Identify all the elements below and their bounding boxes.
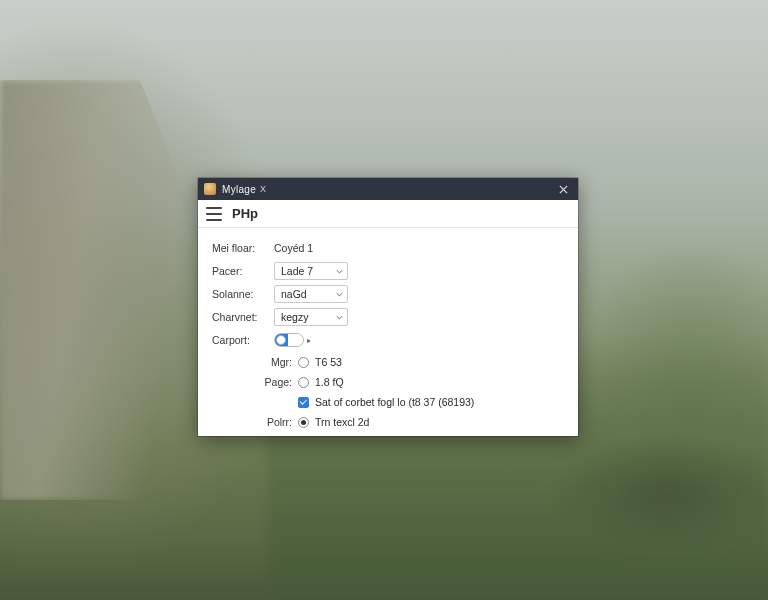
- section-title: PHp: [232, 206, 258, 221]
- carport-label: Carport:: [212, 334, 274, 346]
- channel-select[interactable]: kegzy: [274, 308, 348, 326]
- page-value: 1.8 fQ: [315, 376, 344, 388]
- row-page: Page: 1.8 fQ: [212, 373, 564, 391]
- settings-window: Mylage X PHp Mei floar: Coyéd 1 Pacer: L…: [198, 178, 578, 436]
- polr-label: Polrr:: [212, 416, 298, 428]
- menu-button[interactable]: [206, 207, 222, 221]
- row-context: Corkst: Dext oqrolry: [212, 433, 564, 436]
- name-label: Mei floar:: [212, 242, 274, 254]
- window-badge: X: [260, 184, 266, 194]
- close-icon: [559, 185, 568, 194]
- pacer-label: Pacer:: [212, 265, 274, 277]
- pacer-select[interactable]: Lade 7: [274, 262, 348, 280]
- chevron-down-icon: [336, 314, 343, 321]
- chevron-down-icon: [336, 268, 343, 275]
- chevron-down-icon: [336, 291, 343, 298]
- section-header: PHp: [198, 200, 578, 228]
- titlebar[interactable]: Mylage X: [198, 178, 578, 200]
- carport-toggle[interactable]: [274, 333, 304, 347]
- pacer-select-value: Lade 7: [281, 265, 313, 277]
- form-body: Mei floar: Coyéd 1 Pacer: Lade 7 Solanne…: [198, 228, 578, 436]
- window-title: Mylage: [222, 184, 256, 195]
- solanne-select-value: naGd: [281, 288, 307, 300]
- name-value: Coyéd 1: [274, 242, 313, 254]
- solanne-label: Solanne:: [212, 288, 274, 300]
- page-radio[interactable]: [298, 377, 309, 388]
- row-polr: Polrr: Trn texcl 2d: [212, 413, 564, 431]
- close-button[interactable]: [554, 180, 572, 198]
- row-checkbox: Sat of corbet fogl lo (t8 37 (68193): [212, 393, 564, 411]
- row-carport: Carport: ▸: [212, 330, 564, 350]
- row-solanne: Solanne: naGd: [212, 284, 564, 304]
- solanne-select[interactable]: naGd: [274, 285, 348, 303]
- mgr-radio[interactable]: [298, 357, 309, 368]
- desktop-background: Mylage X PHp Mei floar: Coyéd 1 Pacer: L…: [0, 0, 768, 600]
- corbet-checkbox[interactable]: [298, 397, 309, 408]
- row-pacer: Pacer: Lade 7: [212, 261, 564, 281]
- polr-radio[interactable]: [298, 417, 309, 428]
- page-label: Page:: [212, 376, 298, 388]
- chk-label: Sat of corbet fogl lo (t8 37 (68193): [315, 396, 474, 408]
- channel-select-value: kegzy: [281, 311, 308, 323]
- toggle-caret-icon: ▸: [307, 336, 311, 345]
- hamburger-icon: [206, 207, 222, 209]
- row-name: Mei floar: Coyéd 1: [212, 238, 564, 258]
- row-mgr: Mgr: T6 53: [212, 353, 564, 371]
- mgr-label: Mgr:: [212, 356, 298, 368]
- app-icon: [204, 183, 216, 195]
- polr-value: Trn texcl 2d: [315, 416, 369, 428]
- channel-label: Charvnet:: [212, 311, 274, 323]
- row-channel: Charvnet: kegzy: [212, 307, 564, 327]
- mgr-value: T6 53: [315, 356, 342, 368]
